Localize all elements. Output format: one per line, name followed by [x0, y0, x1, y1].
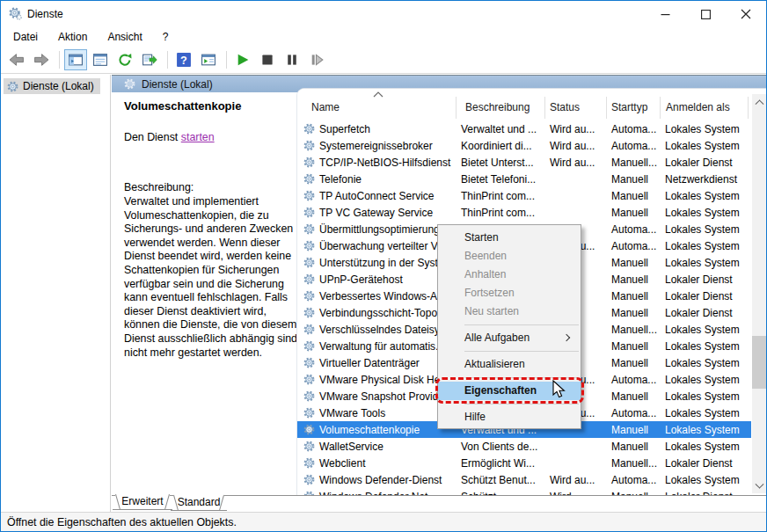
show-console-tree-button[interactable]: [64, 49, 87, 70]
toolbar-separator: [167, 51, 168, 69]
service-starttype: Manuell...: [606, 157, 660, 169]
context-menu-item-eigenschaften[interactable]: Eigenschaften: [438, 382, 581, 400]
menu-separator: [464, 404, 579, 404]
table-row[interactable]: Systemereignissebroker Koordiniert di...…: [297, 137, 751, 154]
table-row[interactable]: Windows Defender-Dienst Schützt Benut...…: [297, 471, 751, 488]
refresh-button[interactable]: [113, 49, 136, 70]
service-name: VMware Physical Disk He...: [319, 374, 449, 386]
context-menu-item-aktualisieren[interactable]: Aktualisieren: [438, 355, 581, 374]
column-divider[interactable]: [456, 97, 457, 119]
stop-service-button[interactable]: [256, 49, 279, 70]
tab-standard[interactable]: Standard: [173, 495, 224, 511]
forward-button[interactable]: [30, 49, 53, 70]
service-name: TP AutoConnect Service: [319, 190, 435, 202]
service-gear-icon: [303, 474, 315, 485]
service-name: Superfetch: [319, 123, 370, 135]
maximize-button[interactable]: [685, 1, 726, 27]
properties-icon: [92, 52, 108, 68]
start-service-link[interactable]: starten: [181, 131, 215, 143]
tab-erweitert[interactable]: Erweitert: [115, 494, 170, 510]
column-divider[interactable]: [660, 97, 661, 119]
table-row[interactable]: TP AutoConnect Service ThinPrint com... …: [297, 187, 751, 204]
context-menu-item-starten[interactable]: Starten: [438, 229, 581, 247]
column-header-anmelden-als[interactable]: Anmelden als: [666, 101, 730, 113]
context-menu-item-hilfe[interactable]: Hilfe: [438, 408, 581, 426]
back-icon: [9, 52, 25, 68]
context-menu-item-fortsetzen[interactable]: Fortsetzen: [438, 284, 581, 302]
service-logon-as: Lokales System: [660, 424, 751, 436]
service-name: Virtueller Datenträger: [319, 357, 420, 369]
service-name: Verwaltung für automatis...: [319, 340, 444, 353]
service-gear-icon: [303, 374, 315, 385]
service-starttype: Manuell: [606, 424, 660, 436]
scrollbar-thumb[interactable]: [752, 336, 766, 389]
table-row[interactable]: TP VC Gateway Service ThinPrint com... M…: [297, 204, 751, 221]
table-row[interactable]: Webclient Ermöglicht Wi... Manuell... Lo…: [297, 455, 751, 471]
service-starttype: Manuell: [606, 190, 660, 202]
context-menu-item-beenden[interactable]: Beenden: [438, 247, 581, 266]
column-divider[interactable]: [606, 97, 607, 119]
context-menu-item-alle-aufgaben[interactable]: Alle Aufgaben: [438, 329, 581, 347]
service-logon-as: Lokales System: [660, 324, 751, 336]
toolbar: ?: [1, 47, 766, 74]
back-button[interactable]: [5, 49, 28, 70]
tab-erweitert-label: Erweitert: [121, 495, 163, 507]
minimize-button[interactable]: [645, 1, 685, 27]
context-menu-item-anhalten[interactable]: Anhalten: [438, 266, 581, 284]
menubar-item-datei[interactable]: Datei: [10, 29, 41, 45]
restart-service-button[interactable]: [305, 49, 328, 70]
service-logon-as: Lokaler Dienst: [660, 457, 751, 470]
menubar-item-ansicht[interactable]: Ansicht: [104, 29, 145, 45]
service-name: Systemereignissebroker: [319, 140, 433, 152]
title-bar: Dienste: [1, 1, 766, 27]
service-logon-as: Lokales System: [660, 340, 751, 353]
action-prefix: Den Dienst: [124, 131, 178, 143]
service-name: VMware Tools: [319, 407, 385, 419]
menu-separator: [464, 351, 579, 352]
scroll-down-button[interactable]: [752, 479, 766, 493]
menubar-item-?[interactable]: ?: [159, 29, 172, 45]
column-divider[interactable]: [748, 97, 749, 119]
column-header-beschreibung[interactable]: Beschreibung: [465, 101, 530, 113]
table-row[interactable]: Telefonie Bietet Telefoni... Manuell Net…: [297, 171, 751, 187]
minimize-icon: [661, 10, 670, 19]
context-menu-item-neu-starten[interactable]: Neu starten: [438, 302, 581, 321]
service-logon-as: Lokales System: [660, 374, 751, 386]
properties-button[interactable]: [89, 49, 112, 70]
tree-item-dienste-lokal[interactable]: Dienste (Lokal): [4, 78, 100, 94]
column-header-status[interactable]: Status: [550, 101, 580, 113]
menubar-item-aktion[interactable]: Aktion: [55, 29, 91, 45]
scroll-up-button[interactable]: [752, 94, 766, 108]
table-row[interactable]: Superfetch Verwaltet und ... Wird au... …: [297, 120, 751, 137]
menu-separator: [464, 377, 579, 378]
service-starttype: Automa...: [606, 407, 660, 419]
service-name: Webclient: [319, 457, 365, 470]
pause-service-button[interactable]: [281, 49, 303, 70]
service-name: WalletService: [319, 441, 384, 453]
close-button[interactable]: [726, 1, 766, 27]
export-list-button[interactable]: [138, 49, 161, 70]
service-starttype: Automa...: [606, 474, 660, 486]
window-title: Dienste: [27, 8, 63, 20]
table-row[interactable]: TCP/IP-NetBIOS-Hilfsdienst Bietet Unters…: [297, 154, 751, 171]
table-row[interactable]: Windows Defender Net... Schützt ... Wird…: [297, 488, 751, 495]
service-logon-as: Lokales System: [660, 123, 751, 135]
service-starttype: Manuell: [606, 207, 660, 219]
column-header-starttyp[interactable]: Starttyp: [611, 101, 647, 113]
show-taskpad-button[interactable]: [197, 49, 220, 70]
vertical-scrollbar[interactable]: [752, 94, 766, 493]
column-divider[interactable]: [544, 97, 545, 119]
panel-splitter[interactable]: [110, 75, 111, 512]
menu-bar: DateiAktionAnsicht?: [1, 27, 766, 47]
service-status: Wird au...: [544, 140, 606, 152]
start-service-button[interactable]: [231, 49, 254, 70]
column-header-name[interactable]: Name: [311, 101, 340, 113]
pause-icon: [284, 52, 300, 68]
service-gear-icon: [303, 207, 315, 218]
close-icon: [741, 9, 751, 19]
service-gear-icon: [303, 123, 315, 135]
status-text: Öffnet die Eigenschaften des aktuellen O…: [7, 516, 237, 528]
help-button[interactable]: ?: [172, 49, 195, 70]
service-name: Unterstützung in der Syst...: [319, 257, 447, 269]
table-row[interactable]: WalletService Von Clients de... Manuell …: [297, 438, 751, 455]
